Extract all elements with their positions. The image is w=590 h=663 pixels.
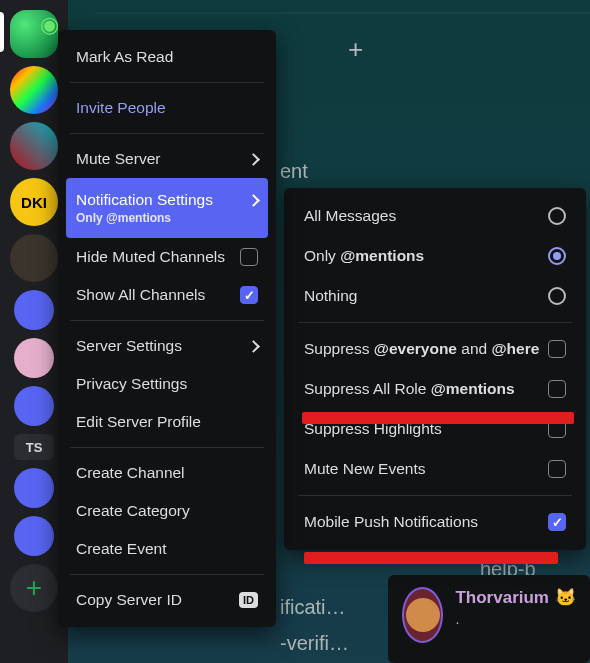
server-icon-8[interactable]: TS	[14, 434, 54, 460]
option-all-messages-label: All Messages	[304, 207, 396, 225]
checkbox-unchecked[interactable]	[240, 248, 258, 266]
submenu-sep	[298, 322, 572, 323]
menu-notification-sublabel: Only @mentions	[76, 211, 171, 225]
option-mute-events-label: Mute New Events	[304, 460, 425, 478]
bg-text-ent: ent	[280, 160, 308, 183]
member-name: Thorvarium🐱	[455, 587, 576, 608]
option-suppress-highlights-label: Suppress Highlights	[304, 420, 442, 438]
server-icon-10[interactable]	[14, 516, 54, 556]
add-server-button[interactable]: +	[10, 564, 58, 612]
notification-settings-submenu: All Messages Only @mentions Nothing Supp…	[284, 188, 586, 550]
menu-copy-server-id[interactable]: Copy Server ID ID	[66, 581, 268, 619]
checkbox-checked[interactable]	[548, 513, 566, 531]
menu-server-settings-label: Server Settings	[76, 337, 182, 355]
server-icon-9[interactable]	[14, 468, 54, 508]
menu-mark-as-read-label: Mark As Read	[76, 48, 173, 66]
menu-edit-profile-label: Edit Server Profile	[76, 413, 201, 431]
option-suppress-everyone[interactable]: Suppress @everyone and @here	[292, 329, 578, 369]
server-icon-2[interactable]	[10, 122, 58, 170]
menu-invite-label: Invite People	[76, 99, 166, 117]
chevron-right-icon	[246, 153, 258, 165]
menu-sep	[70, 133, 264, 134]
radio-unselected[interactable]	[548, 287, 566, 305]
menu-notification-label: Notification Settings	[76, 191, 213, 209]
chevron-right-icon	[246, 340, 258, 352]
menu-create-channel-label: Create Channel	[76, 464, 185, 482]
menu-hide-muted-channels[interactable]: Hide Muted Channels	[66, 238, 268, 276]
checkbox-unchecked[interactable]	[548, 340, 566, 358]
server-context-menu: Mark As Read Invite People Mute Server N…	[58, 30, 276, 627]
avatar	[402, 587, 443, 643]
emoji-icon: 🐱	[555, 587, 576, 608]
checkbox-unchecked[interactable]	[548, 420, 566, 438]
menu-mark-as-read[interactable]: Mark As Read	[66, 38, 268, 76]
server-icon-3[interactable]: DKI	[10, 178, 58, 226]
menu-notification-settings[interactable]: Notification Settings Only @mentions	[66, 178, 268, 238]
menu-server-settings[interactable]: Server Settings	[66, 327, 268, 365]
checkbox-unchecked[interactable]	[548, 380, 566, 398]
server-icon-8-label: TS	[26, 440, 43, 455]
member-status: ·	[455, 614, 576, 630]
menu-privacy-settings[interactable]: Privacy Settings	[66, 365, 268, 403]
menu-privacy-label: Privacy Settings	[76, 375, 187, 393]
option-suppress-role-mentions[interactable]: Suppress All Role @mentions	[292, 369, 578, 409]
option-suppress-everyone-label: Suppress @everyone and @here	[304, 340, 539, 358]
option-mobile-push[interactable]: Mobile Push Notifications	[292, 502, 578, 542]
create-channel-plus-bg[interactable]: +	[348, 34, 363, 65]
header-divider	[95, 0, 590, 14]
server-selection-pill	[0, 12, 4, 52]
menu-create-event[interactable]: Create Event	[66, 530, 268, 568]
server-icon-3-label: DKI	[21, 194, 47, 211]
menu-show-all-channels[interactable]: Show All Channels	[66, 276, 268, 314]
option-all-messages[interactable]: All Messages	[292, 196, 578, 236]
option-only-mentions-label: Only @mentions	[304, 247, 424, 265]
server-icon-4[interactable]	[10, 234, 58, 282]
option-mute-new-events[interactable]: Mute New Events	[292, 449, 578, 489]
menu-hide-muted-label: Hide Muted Channels	[76, 248, 225, 266]
radio-unselected[interactable]	[548, 207, 566, 225]
option-suppress-role-label: Suppress All Role @mentions	[304, 380, 515, 398]
bg-text-verifi: -verifi…	[280, 632, 349, 655]
menu-show-all-label: Show All Channels	[76, 286, 205, 304]
submenu-sep	[298, 495, 572, 496]
menu-create-category[interactable]: Create Category	[66, 492, 268, 530]
checkbox-checked[interactable]	[240, 286, 258, 304]
chevron-right-icon	[246, 194, 258, 206]
leaf-icon: ◉	[40, 12, 59, 38]
menu-mute-label: Mute Server	[76, 150, 160, 168]
menu-sep	[70, 447, 264, 448]
menu-create-event-label: Create Event	[76, 540, 166, 558]
menu-mute-server[interactable]: Mute Server	[66, 140, 268, 178]
member-card[interactable]: Thorvarium🐱 ·	[388, 575, 590, 663]
option-suppress-highlights[interactable]: Suppress Highlights	[292, 409, 578, 449]
menu-edit-server-profile[interactable]: Edit Server Profile	[66, 403, 268, 441]
menu-sep	[70, 574, 264, 575]
option-only-mentions[interactable]: Only @mentions	[292, 236, 578, 276]
id-badge-icon: ID	[239, 592, 258, 608]
menu-copy-id-label: Copy Server ID	[76, 591, 182, 609]
bg-text-ificati: ificati…	[280, 596, 346, 619]
menu-create-channel[interactable]: Create Channel	[66, 454, 268, 492]
radio-selected[interactable]	[548, 247, 566, 265]
plus-icon: +	[26, 572, 42, 604]
option-nothing[interactable]: Nothing	[292, 276, 578, 316]
option-nothing-label: Nothing	[304, 287, 357, 305]
menu-create-category-label: Create Category	[76, 502, 190, 520]
server-icon-7[interactable]	[14, 386, 54, 426]
menu-sep	[70, 320, 264, 321]
app-root: + ent help-b ificati… -verifi… DKI TS + …	[0, 0, 590, 663]
server-icon-5[interactable]	[14, 290, 54, 330]
menu-invite-people[interactable]: Invite People	[66, 89, 268, 127]
server-icon-6[interactable]	[14, 338, 54, 378]
checkbox-unchecked[interactable]	[548, 460, 566, 478]
server-icon-1[interactable]	[10, 66, 58, 114]
menu-sep	[70, 82, 264, 83]
option-mobile-push-label: Mobile Push Notifications	[304, 513, 478, 531]
